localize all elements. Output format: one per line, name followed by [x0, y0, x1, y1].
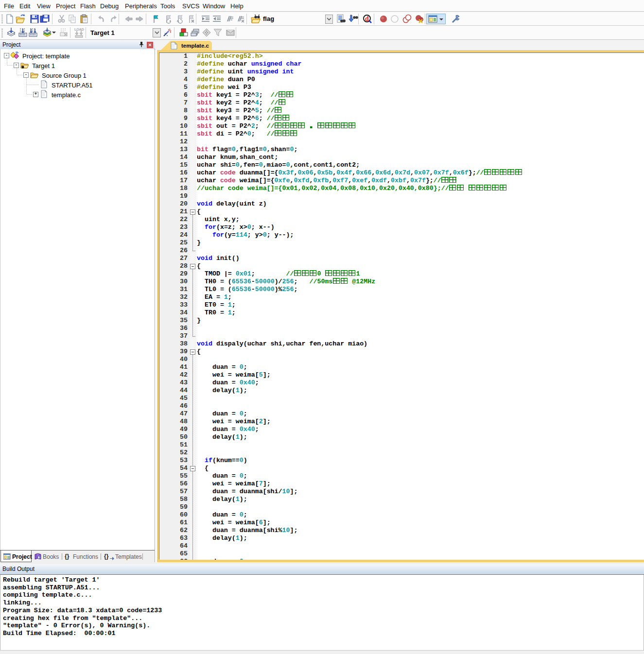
svg-text:?: ?: [38, 556, 40, 559]
svg-text:d: d: [365, 15, 369, 22]
